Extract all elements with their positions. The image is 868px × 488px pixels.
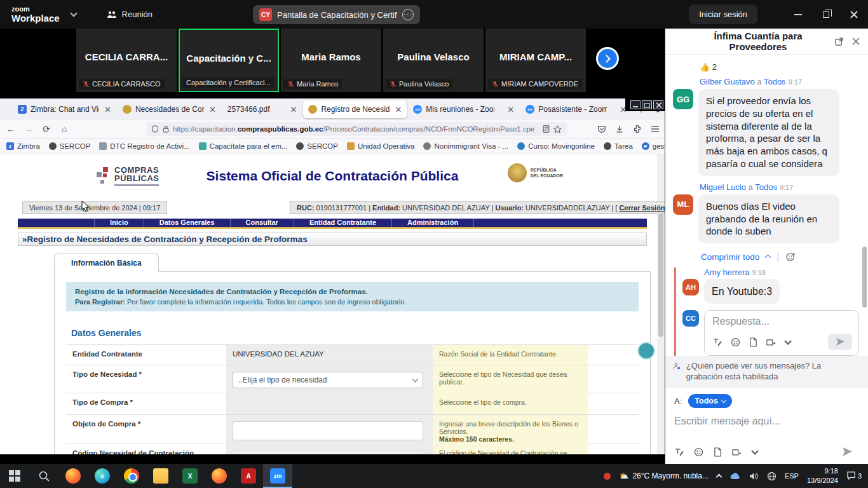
participant-tile[interactable]: CECILIA CARRA... CECILIA CARRASCO bbox=[76, 29, 177, 92]
taskbar-weather[interactable]: ⛅ 26°C Mayorm. nubla... bbox=[619, 471, 709, 480]
bookmark-sercop[interactable]: SERCOP bbox=[49, 142, 91, 150]
format-text-icon[interactable] bbox=[712, 337, 722, 347]
back-icon[interactable]: ← bbox=[5, 124, 17, 134]
overlay-minimize-icon[interactable] bbox=[630, 100, 641, 109]
shield-icon[interactable] bbox=[151, 125, 159, 133]
screenshot-icon[interactable] bbox=[732, 447, 742, 457]
nav-consultar[interactable]: Consultar bbox=[231, 219, 294, 227]
screenshot-icon[interactable] bbox=[766, 337, 776, 347]
sender-name[interactable]: Amy herrera bbox=[704, 268, 750, 277]
reader-mode-icon[interactable] bbox=[543, 125, 550, 133]
close-chat-icon[interactable] bbox=[851, 37, 860, 46]
tab-close-icon[interactable]: ✕ bbox=[507, 105, 514, 114]
nav-inicio[interactable]: Inicio bbox=[94, 219, 144, 227]
reload-icon[interactable]: ⟳ bbox=[41, 124, 52, 134]
attach-file-icon[interactable] bbox=[714, 447, 722, 457]
browser-tab-necesidades[interactable]: Necesidades de Contrata ✕ bbox=[118, 100, 221, 118]
tab-close-icon[interactable]: ✕ bbox=[104, 105, 111, 114]
tipo-necesidad-select[interactable]: ..Elija el tipo de necesidad bbox=[233, 372, 423, 388]
action-center-button[interactable]: 3 bbox=[846, 471, 862, 480]
send-message-button[interactable] bbox=[835, 444, 859, 460]
taskbar-clock[interactable]: 9:18 13/9/2024 bbox=[807, 466, 838, 485]
bookmark-capacitate[interactable]: Capacítate para el em... bbox=[199, 142, 288, 150]
home-icon[interactable]: ⌂ bbox=[58, 124, 70, 134]
taskbar-edge[interactable]: e bbox=[88, 464, 117, 488]
objeto-compra-input[interactable] bbox=[233, 421, 423, 440]
taskbar-zoom-active[interactable]: zm bbox=[263, 464, 292, 488]
browser-tab-zimbra[interactable]: Z Zimbra: Chat and Video ✕ bbox=[13, 100, 116, 118]
language-indicator[interactable]: ESP bbox=[785, 472, 799, 480]
hidden-icons-chevron[interactable] bbox=[715, 474, 722, 480]
recipient-selector[interactable]: Todos bbox=[688, 394, 732, 408]
bookmark-zimbra[interactable]: ZZimbra bbox=[6, 142, 40, 150]
browser-tab-mis-reuniones[interactable]: zm Mis reuniones - Zoom ✕ bbox=[408, 100, 519, 118]
bookmark-nonimmigrant-visa[interactable]: Nonimmigrant Visa - ... bbox=[423, 142, 508, 150]
collapse-all-link[interactable]: Comprimir todo bbox=[701, 252, 759, 262]
bookmark-star-icon[interactable] bbox=[553, 125, 562, 133]
bookmark-tarea[interactable]: Tarea bbox=[604, 142, 633, 150]
bookmark-dtc[interactable]: DTC Registro de Activi... bbox=[99, 142, 189, 150]
next-participants-button[interactable] bbox=[596, 47, 619, 70]
reply-input[interactable] bbox=[712, 316, 852, 327]
tab-close-icon[interactable]: ✕ bbox=[290, 105, 297, 114]
taskbar-acrobat[interactable]: A bbox=[234, 464, 263, 488]
tab-close-icon[interactable]: ✕ bbox=[395, 105, 402, 114]
taskbar-excel[interactable]: X bbox=[175, 464, 205, 488]
message-input[interactable] bbox=[674, 416, 859, 427]
browser-tab-posasistente[interactable]: zm Posasistente - Zoom ✕ bbox=[520, 100, 632, 118]
bookmark-curso-movingonline[interactable]: Curso: Movingonline bbox=[517, 142, 595, 150]
tab-informacion-basica[interactable]: Información Básica bbox=[54, 254, 159, 272]
overlay-restore-icon[interactable] bbox=[642, 100, 652, 109]
browser-tab-pdf[interactable]: 2573466.pdf ✕ bbox=[222, 100, 302, 118]
menu-hamburger-icon[interactable] bbox=[651, 125, 660, 133]
sender-name[interactable]: Miguel Lucio bbox=[700, 182, 746, 192]
emoji-icon[interactable] bbox=[731, 337, 740, 347]
shared-window-pill[interactable]: CY Pantalla de Capacitación y Certif ··· bbox=[253, 5, 420, 24]
overlay-close-icon[interactable] bbox=[653, 100, 663, 109]
more-options-icon[interactable]: ··· bbox=[402, 9, 414, 20]
taskbar-file-explorer[interactable] bbox=[146, 464, 175, 488]
extensions-icon[interactable] bbox=[633, 125, 642, 133]
annotation-tool-button[interactable] bbox=[637, 342, 655, 360]
taskbar-firefox-2[interactable] bbox=[205, 464, 234, 488]
chevron-down-icon[interactable] bbox=[70, 10, 77, 17]
participant-tile[interactable]: Maria Ramos Maria Ramos bbox=[281, 29, 381, 92]
bookmark-sercop-2[interactable]: SERCOP bbox=[296, 142, 338, 150]
participant-tile-active-speaker[interactable]: Capacitación y C... Capacitación y Certi… bbox=[179, 29, 279, 92]
send-reply-button[interactable] bbox=[828, 334, 852, 350]
emoji-icon[interactable] bbox=[694, 447, 703, 457]
pocket-icon[interactable] bbox=[597, 125, 606, 133]
onedrive-cloud-icon[interactable] bbox=[729, 472, 741, 480]
popout-icon[interactable] bbox=[834, 37, 844, 46]
nav-administracion[interactable]: Administración bbox=[392, 219, 474, 227]
chevron-down-icon[interactable] bbox=[751, 447, 758, 454]
network-icon[interactable] bbox=[767, 471, 776, 481]
close-button[interactable] bbox=[840, 0, 868, 29]
taskbar-chrome[interactable] bbox=[117, 464, 146, 488]
antivirus-tray-icon[interactable] bbox=[604, 473, 611, 480]
start-button[interactable] bbox=[0, 464, 29, 488]
forward-icon[interactable]: → bbox=[23, 124, 34, 134]
browser-tab-registro-active[interactable]: Registro de Necesidades ✕ bbox=[303, 100, 407, 118]
chevron-down-icon[interactable] bbox=[784, 338, 791, 345]
minimize-button[interactable] bbox=[784, 0, 812, 29]
chat-scrollbar-thumb[interactable] bbox=[862, 247, 867, 308]
logout-link[interactable]: Cerrar Sesión bbox=[619, 204, 665, 212]
taskbar-search-button[interactable] bbox=[29, 464, 58, 488]
reply-composer[interactable] bbox=[704, 310, 859, 356]
participant-tile[interactable]: Paulina Velasco Paulina Velasco bbox=[383, 29, 484, 92]
page-scrollbar-thumb[interactable] bbox=[658, 213, 663, 337]
attach-file-icon[interactable] bbox=[749, 337, 757, 347]
participant-tile[interactable]: MIRIAM CAMP... MIRIAM CAMPOVERDE bbox=[485, 29, 586, 92]
speaker-icon[interactable] bbox=[749, 472, 759, 480]
sender-name[interactable]: Gilber Gustavo bbox=[700, 77, 755, 86]
reaction-chip[interactable]: 👍 2 bbox=[700, 62, 859, 72]
format-text-icon[interactable] bbox=[674, 447, 684, 457]
bookmark-unidad-operativa[interactable]: Unidad Operativa bbox=[347, 142, 415, 150]
tab-meeting[interactable]: Reunión bbox=[107, 10, 153, 19]
nav-datos-generales[interactable]: Datos Generales bbox=[144, 219, 231, 227]
tab-close-icon[interactable]: ✕ bbox=[209, 105, 216, 114]
url-bar[interactable]: https://capacitacion.compraspublicas.gob… bbox=[146, 122, 567, 136]
taskbar-firefox[interactable] bbox=[58, 464, 88, 488]
download-icon[interactable] bbox=[615, 125, 624, 133]
